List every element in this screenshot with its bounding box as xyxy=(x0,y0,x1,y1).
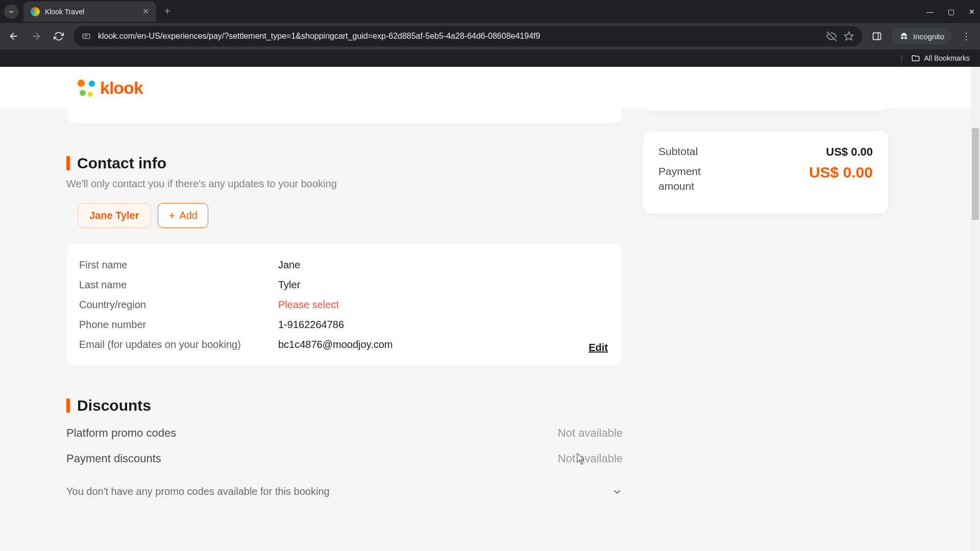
first-name-value: Jane xyxy=(278,259,300,271)
subtotal-row: Subtotal US$ 0.00 xyxy=(658,145,873,159)
platform-promo-status: Not available xyxy=(558,427,623,440)
minimize-button[interactable]: — xyxy=(926,8,934,16)
side-panel-button[interactable] xyxy=(869,29,885,44)
region-label: Country/region xyxy=(79,299,278,311)
promo-notice-toggle[interactable]: You don't have any promo codes available… xyxy=(66,471,623,497)
eye-off-icon[interactable] xyxy=(826,31,837,41)
klook-mark-icon xyxy=(77,79,95,97)
price-summary-card: Subtotal US$ 0.00 Payment amount US$ 0.0… xyxy=(643,131,888,213)
incognito-label: Incognito xyxy=(913,32,944,41)
payment-discount-label: Payment discounts xyxy=(66,452,161,465)
contact-chip-selected[interactable]: Jane Tyler xyxy=(78,203,151,228)
contact-details-card: First name Jane Last name Tyler Country/… xyxy=(66,243,623,366)
plus-icon: + xyxy=(168,210,175,221)
summary-column: Total US$ 0.00 Subtotal US$ 0.00 Payment… xyxy=(643,109,888,213)
scrollbar-thumb[interactable] xyxy=(972,128,979,220)
last-name-value: Tyler xyxy=(278,279,300,291)
browser-chrome: Klook Travel ✕ + — ▢ ✕ klook.com/en-US/e… xyxy=(0,0,980,67)
payment-amount-value: US$ 0.00 xyxy=(809,164,873,181)
page-body: Contact info We'll only contact you if t… xyxy=(0,109,971,551)
first-name-row: First name Jane xyxy=(79,255,608,275)
all-bookmarks-label: All Bookmarks xyxy=(924,54,970,62)
klook-logo[interactable]: klook xyxy=(77,78,143,98)
email-value: bc1c4876@moodjoy.com xyxy=(278,339,393,350)
last-name-label: Last name xyxy=(79,279,278,291)
site-header: klook xyxy=(0,67,971,109)
tab-favicon xyxy=(31,7,40,16)
accent-bar xyxy=(66,156,70,170)
contact-info-section: Contact info We'll only contact you if t… xyxy=(66,155,623,366)
payment-discount-status: Not available xyxy=(558,452,623,465)
page-viewport: klook Contact info We'll only contact yo… xyxy=(0,67,980,551)
tab-search-button[interactable] xyxy=(4,5,18,19)
new-tab-button[interactable]: + xyxy=(164,6,170,17)
edit-contact-button[interactable]: Edit xyxy=(589,342,608,354)
email-row: Email (for updates on your booking) bc1c… xyxy=(79,335,608,355)
email-label: Email (for updates on your booking) xyxy=(79,339,278,350)
add-contact-button[interactable]: + Add xyxy=(158,203,208,228)
svg-marker-1 xyxy=(845,32,853,40)
payment-amount-row: Payment amount US$ 0.00 xyxy=(658,164,873,194)
tab-bar: Klook Travel ✕ + — ▢ ✕ xyxy=(0,0,980,23)
phone-value: 1-9162264786 xyxy=(278,319,344,331)
main-column: Contact info We'll only contact you if t… xyxy=(66,109,623,497)
subtotal-label: Subtotal xyxy=(658,145,698,158)
browser-tab[interactable]: Klook Travel ✕ xyxy=(23,2,156,22)
phone-row: Phone number 1-9162264786 xyxy=(79,315,608,335)
discounts-heading: Discounts xyxy=(77,397,151,414)
first-name-label: First name xyxy=(79,259,278,271)
contact-chip-row: Jane Tyler + Add xyxy=(78,203,623,228)
browser-menu-button[interactable]: ⋮ xyxy=(959,31,974,42)
forward-button[interactable] xyxy=(29,29,44,44)
platform-promo-label: Platform promo codes xyxy=(66,427,176,440)
site-settings-icon[interactable] xyxy=(82,32,91,41)
klook-wordmark: klook xyxy=(100,78,143,98)
platform-promo-row[interactable]: Platform promo codes Not available xyxy=(66,420,623,446)
contact-subtext: We'll only contact you if there's any up… xyxy=(66,178,623,190)
promo-notice-text: You don't have any promo codes available… xyxy=(66,486,330,497)
close-window-button[interactable]: ✕ xyxy=(969,8,975,16)
last-name-row: Last name Tyler xyxy=(79,275,608,295)
scrollbar-track[interactable] xyxy=(971,67,980,551)
region-value[interactable]: Please select xyxy=(278,299,339,311)
window-controls: — ▢ ✕ xyxy=(926,0,975,23)
back-button[interactable] xyxy=(6,29,21,44)
payment-discount-row[interactable]: Payment discounts Not available xyxy=(66,446,623,471)
chevron-down-icon xyxy=(611,486,623,497)
svg-rect-2 xyxy=(873,33,881,39)
url-text: klook.com/en-US/experiences/pay/?settlem… xyxy=(98,32,819,41)
address-bar: klook.com/en-US/experiences/pay/?settlem… xyxy=(0,23,980,49)
accent-bar xyxy=(66,398,70,413)
region-row: Country/region Please select xyxy=(79,295,608,315)
reload-button[interactable] xyxy=(51,29,66,44)
tab-title: Klook Travel xyxy=(45,8,84,16)
url-input[interactable]: klook.com/en-US/experiences/pay/?settlem… xyxy=(74,26,862,46)
incognito-badge[interactable]: Incognito xyxy=(892,28,951,44)
bookmark-star-icon[interactable] xyxy=(844,31,854,41)
contact-heading: Contact info xyxy=(77,155,166,172)
payment-amount-label: Payment amount xyxy=(658,164,730,194)
tab-close-icon[interactable]: ✕ xyxy=(142,7,149,16)
subtotal-value: US$ 0.00 xyxy=(826,145,873,159)
bookmarks-bar: | All Bookmarks xyxy=(0,49,980,67)
discounts-section: Discounts Platform promo codes Not avail… xyxy=(66,397,623,497)
maximize-button[interactable]: ▢ xyxy=(948,8,954,16)
phone-label: Phone number xyxy=(79,319,278,331)
all-bookmarks-button[interactable]: All Bookmarks xyxy=(911,54,970,63)
add-contact-label: Add xyxy=(179,210,198,221)
svg-rect-0 xyxy=(83,34,90,39)
